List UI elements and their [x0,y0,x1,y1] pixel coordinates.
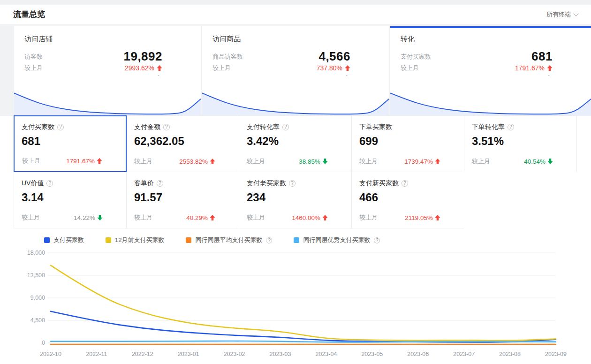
trend-chart-section: 支付买家数 12月前支付买家数 同行同层平均支付买家数 ? 同行同层优秀支付买家… [14,236,577,361]
down-arrow-icon [322,159,328,164]
legend-swatch [44,237,50,243]
metric-title: 支付转化率 [247,123,280,131]
legend-label: 支付买家数 [53,236,84,244]
up-arrow-icon [345,65,350,71]
secondary-dash: - [202,72,389,78]
down-arrow-icon [97,215,103,220]
change-percent: 1791.67% [66,158,95,165]
metric-card-pay-buyers[interactable]: 支付买家数? 681 较上月 1791.67% [14,115,127,172]
metric-card-new-buyers[interactable]: 支付新买家数? 466 较上月 2119.05% [351,172,464,228]
metric-value: 699 [359,135,456,148]
series-line [51,311,556,342]
help-icon[interactable]: ? [46,180,53,187]
help-icon[interactable]: ? [374,237,380,243]
overview-cards: 访问店铺 访客数 19,892 较上月 2993.62% - 访问商品 商品访客… [0,24,591,116]
metric-title: 下单转化率 [472,123,505,131]
sparkline-chart [390,84,591,116]
help-icon[interactable]: ? [282,124,289,130]
change-value: 38.85% [299,158,328,165]
change-label: 较上月 [134,157,152,166]
metric-card-pay-conversion[interactable]: 支付转化率? 3.42% 较上月 38.85% [239,115,352,172]
change-percent: 40.54% [524,158,546,165]
legend-item-peer-average[interactable]: 同行同层平均支付买家数 ? [186,236,272,244]
change-percent: 14.22% [74,214,95,221]
metric-card-pay-amount[interactable]: 支付金额? 62,362.05 较上月 2553.82% [126,115,239,172]
x-axis-label: 2023-08 [499,351,521,357]
card-conversion[interactable]: 转化 支付买家数 681 较上月 1791.67% - [390,26,591,116]
card-product-visits[interactable]: 访问商品 商品访客数 4,566 较上月 737.80% - [202,26,389,116]
metric-grid: 支付买家数? 681 较上月 1791.67% 支付金额? 62,362.05 … [14,116,577,228]
legend-item-pay-buyers-12mo[interactable]: 12月前支付买家数 [106,236,164,244]
change-label: 较上月 [134,213,152,222]
page-header: 流量总览 所有终端 [0,5,591,24]
x-axis-label: 2023-02 [224,351,245,357]
metric-title: 支付老买家数 [247,179,286,188]
metric-value: 91.57 [134,191,231,204]
y-axis-label: 4,500 [30,317,45,324]
x-axis-label: 2022-10 [40,351,61,357]
y-axis-label: 9,000 [30,295,45,301]
metric-card-old-buyers[interactable]: 支付老买家数? 234 较上月 1460.00% [239,172,352,228]
metric-value: 681 [531,49,553,64]
x-axis-label: 2023-03 [270,351,291,357]
metric-card-order-conversion[interactable]: 下单转化率? 3.51% 较上月 40.54% [464,115,577,172]
metric-card-avg-order-value[interactable]: 客单价? 91.57 较上月 40.29% [126,172,239,228]
legend-swatch [186,237,191,243]
up-arrow-icon [435,215,440,220]
change-value: 2119.05% [405,214,440,221]
legend-item-peer-excellent[interactable]: 同行同层优秀支付买家数 ? [294,236,380,244]
metric-label: 访客数 [24,53,43,61]
help-icon[interactable]: ? [163,124,170,130]
change-label: 较上月 [22,157,40,165]
metric-title: UV价值 [22,179,44,188]
change-label: 较上月 [212,64,231,72]
change-percent: 1791.67% [515,64,545,72]
sparkline-chart [202,84,389,116]
metric-value: 681 [22,135,119,148]
trend-chart[interactable]: 18,00013,5009,0004,50002022-102022-11202… [14,248,577,361]
x-axis-label: 2023-06 [407,351,429,357]
x-axis-label: 2023-05 [361,351,383,357]
help-icon[interactable]: ? [266,237,272,243]
change-label: 较上月 [472,157,490,166]
legend-label: 同行同层平均支付买家数 [195,236,262,244]
change-label: 较上月 [359,213,378,222]
change-percent: 40.29% [186,214,208,221]
change-label: 较上月 [247,213,265,222]
help-icon[interactable]: ? [57,124,64,130]
help-icon[interactable]: ? [157,180,163,187]
card-shop-visits[interactable]: 访问店铺 访客数 19,892 较上月 2993.62% - [14,26,201,116]
chevron-down-icon [573,11,578,16]
metric-value: 3.51% [472,135,569,148]
sparkline-chart [14,84,201,116]
metric-label: 商品访客数 [212,53,243,61]
metric-title: 支付新买家数 [359,179,399,188]
change-value: 40.29% [186,214,215,221]
up-arrow-icon [210,215,215,220]
change-value: 1460.00% [292,214,328,221]
card-title: 访问店铺 [14,26,201,44]
help-icon[interactable]: ? [289,180,296,187]
legend-label: 12月前支付买家数 [115,236,164,244]
metric-card-order-buyers[interactable]: 下单买家数 699 较上月 1739.47% [351,115,464,172]
legend-swatch [294,237,299,243]
metric-value: 19,892 [123,49,162,64]
x-axis-label: 2022-11 [86,351,107,357]
top-strip [0,0,591,5]
change-value: 1791.67% [66,158,102,165]
legend-item-pay-buyers[interactable]: 支付买家数 [44,236,84,244]
metric-title: 支付金额 [134,123,160,131]
metric-card-uv-value[interactable]: UV价值? 3.14 较上月 14.22% [14,172,127,228]
metric-title: 客单价 [134,179,154,188]
up-arrow-icon [547,65,553,71]
metric-value: 4,566 [318,49,350,64]
x-axis-label: 2023-01 [178,351,199,357]
change-percent: 2119.05% [405,214,433,221]
help-icon[interactable]: ? [508,124,514,130]
chart-legend: 支付买家数 12月前支付买家数 同行同层平均支付买家数 ? 同行同层优秀支付买家… [44,236,577,244]
device-filter-dropdown[interactable]: 所有终端 [546,10,578,19]
up-arrow-icon [322,215,328,220]
change-value: 14.22% [74,214,103,221]
y-axis-label: 13,500 [27,272,45,279]
help-icon[interactable]: ? [402,180,408,187]
